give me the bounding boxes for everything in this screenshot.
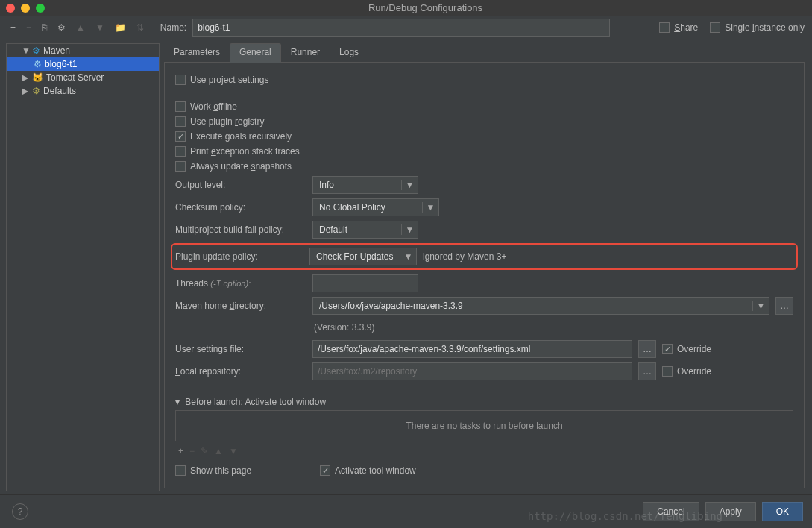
before-launch-list: There are no tasks to run before launch	[175, 410, 793, 441]
user-settings-label: User settings file:	[175, 344, 306, 354]
dropdown-icon: ▼	[401, 224, 418, 235]
config-tree[interactable]: ▼ ⚙ Maven ⚙ blog6-t1 ▶ 🐱 Tomcat Server ▶…	[6, 43, 160, 491]
maven-version: (Version: 3.3.9)	[314, 319, 793, 336]
plugin-update-label: Plugin update policy:	[175, 251, 303, 262]
bl-add-icon[interactable]: +	[178, 446, 183, 456]
tree-maven[interactable]: ▼ ⚙ Maven	[7, 44, 159, 57]
use-project-settings-checkbox[interactable]: Use project settings	[175, 75, 306, 85]
output-level-select[interactable]: Info ▼	[312, 176, 418, 194]
execute-goals-checkbox[interactable]: Execute goals recursively	[175, 131, 306, 142]
tree-label: blog6-t1	[45, 59, 77, 69]
show-page-checkbox[interactable]: Show this page	[175, 465, 306, 476]
help-button[interactable]: ?	[12, 503, 28, 520]
copy-icon[interactable]: ⎘	[39, 21, 50, 34]
up-icon: ▲	[73, 21, 88, 34]
single-instance-checkbox[interactable]: Single instance only	[710, 22, 805, 33]
before-launch-header[interactable]: ▾ Before launch: Activate tool window	[175, 394, 793, 410]
name-label: Name:	[160, 22, 186, 33]
share-label: Share	[674, 22, 698, 33]
window-title: Run/Debug Configurations	[45, 2, 806, 13]
tab-general[interactable]: General	[230, 43, 281, 63]
tree-blog[interactable]: ⚙ blog6-t1	[7, 57, 159, 71]
zoom-icon[interactable]	[36, 4, 45, 13]
dialog-footer: ? Cancel Apply OK	[0, 494, 812, 528]
ok-button[interactable]: OK	[762, 502, 803, 521]
multiproject-label: Multiproject build fail policy:	[175, 224, 306, 235]
override-local-checkbox[interactable]: Override	[662, 366, 793, 377]
share-checkbox[interactable]: Share	[659, 22, 698, 33]
bl-edit-icon: ✎	[201, 446, 208, 456]
threads-label: Threads (-T option):	[175, 278, 306, 289]
config-icon: ⚙	[34, 59, 42, 69]
use-plugin-registry-checkbox[interactable]: Use plugin registry	[175, 116, 306, 127]
plugin-update-select[interactable]: Check For Updates ▼	[309, 248, 417, 265]
output-level-label: Output level:	[175, 180, 306, 190]
expand-arrow-icon[interactable]: ▶	[22, 86, 29, 96]
dropdown-icon: ▼	[752, 301, 769, 311]
override-user-checkbox[interactable]: Override	[662, 344, 793, 354]
top-toolbar: + − ⎘ ⚙ ▲ ▼ 📁 ⇅ Name: Share Single insta…	[0, 16, 812, 40]
collapse-arrow-icon: ▾	[175, 397, 180, 407]
down-icon: ▼	[92, 21, 107, 34]
add-icon[interactable]: +	[7, 21, 19, 34]
close-icon[interactable]	[6, 4, 15, 13]
plugin-update-note: ignored by Maven 3+	[423, 251, 506, 262]
dropdown-icon: ▼	[401, 180, 418, 190]
highlighted-row: Plugin update policy: Check For Updates …	[171, 243, 798, 270]
work-offline-checkbox[interactable]: Work offline	[175, 101, 306, 112]
threads-input[interactable]	[312, 274, 418, 292]
cancel-button[interactable]: Cancel	[643, 502, 699, 521]
checksum-select[interactable]: No Global Policy ▼	[312, 198, 439, 216]
maven-home-label: Maven home directory:	[175, 301, 306, 311]
print-exception-checkbox[interactable]: Print exception stack traces	[175, 146, 306, 157]
maven-icon: ⚙	[32, 45, 40, 56]
local-repo-input[interactable]	[312, 362, 632, 380]
sort-icon[interactable]: ⇅	[133, 21, 147, 34]
dropdown-icon: ▼	[422, 202, 438, 213]
remove-icon[interactable]: −	[23, 21, 34, 34]
browse-button[interactable]: …	[775, 297, 793, 315]
tree-label: Tomcat Server	[46, 72, 104, 83]
apply-button[interactable]: Apply	[705, 502, 756, 521]
activate-tool-checkbox[interactable]: Activate tool window	[320, 465, 451, 476]
checksum-label: Checksum policy:	[175, 202, 306, 213]
maven-home-select[interactable]: /Users/fox/java/apache-maven-3.3.9 ▼	[312, 297, 769, 315]
expand-arrow-icon[interactable]: ▶	[22, 72, 29, 83]
tomcat-icon: 🐱	[32, 72, 43, 83]
settings-icon[interactable]: ⚙	[54, 21, 69, 34]
tab-parameters[interactable]: Parameters	[164, 43, 230, 62]
browse-button[interactable]: …	[638, 362, 656, 380]
tree-tomcat[interactable]: ▶ 🐱 Tomcat Server	[7, 71, 159, 84]
expand-arrow-icon[interactable]: ▼	[22, 45, 29, 56]
tab-bar: Parameters General Runner Logs	[164, 43, 805, 63]
tree-defaults[interactable]: ▶ ⚙ Defaults	[7, 84, 159, 98]
bl-remove-icon: −	[189, 446, 195, 456]
always-update-checkbox[interactable]: Always update snapshots	[175, 161, 306, 172]
tree-label: Maven	[43, 45, 70, 56]
single-instance-label: Single instance only	[725, 22, 805, 33]
tree-label: Defaults	[43, 86, 76, 96]
browse-button[interactable]: …	[638, 340, 656, 358]
dropdown-icon: ▼	[400, 251, 416, 262]
bl-down-icon: ▼	[229, 446, 238, 456]
bl-up-icon: ▲	[214, 446, 223, 456]
local-repo-label: Local repository:	[175, 366, 306, 377]
titlebar: Run/Debug Configurations	[0, 0, 812, 16]
name-input[interactable]	[192, 19, 610, 37]
folder-icon[interactable]: 📁	[112, 21, 129, 34]
multiproject-select[interactable]: Default ▼	[312, 221, 418, 239]
defaults-icon: ⚙	[32, 86, 40, 96]
general-panel: Use project settings Work offline Use pl…	[164, 63, 805, 488]
tab-runner[interactable]: Runner	[281, 43, 330, 62]
tab-logs[interactable]: Logs	[330, 43, 368, 62]
minimize-icon[interactable]	[21, 4, 30, 13]
user-settings-input[interactable]	[312, 340, 632, 358]
